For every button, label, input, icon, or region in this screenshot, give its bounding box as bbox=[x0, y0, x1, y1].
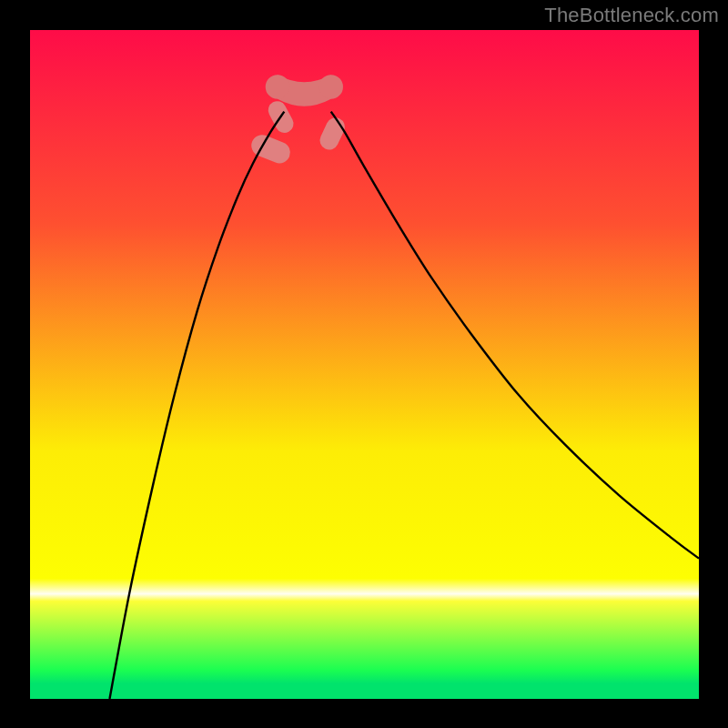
watermark-label: TheBottleneck.com bbox=[544, 4, 719, 27]
chart-container: TheBottleneck.com bbox=[0, 0, 728, 728]
marker-bridge-cap bbox=[266, 75, 289, 98]
gradient-background bbox=[30, 30, 699, 699]
bottleneck-chart bbox=[0, 0, 728, 728]
marker-bridge-cap bbox=[319, 75, 343, 98]
